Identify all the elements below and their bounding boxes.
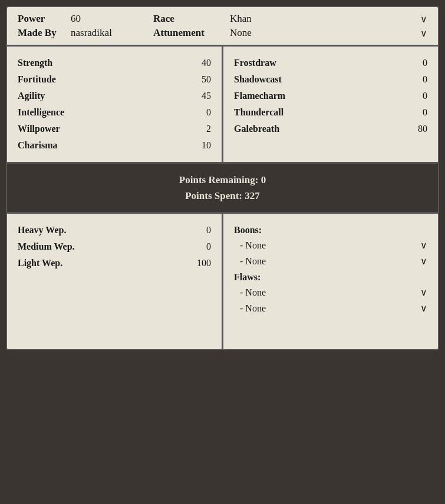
flaw-item-1: - None ∨ (234, 284, 427, 300)
heavy-wep-value: 0 (193, 225, 211, 236)
header-row-power: Power 60 Race Khan ∨ (18, 13, 427, 25)
boon-item-2: - None ∨ (234, 253, 427, 269)
medium-wep-label: Medium Wep. (18, 241, 75, 252)
stat-row-strength: Strength 40 (18, 55, 211, 71)
stat-row-intelligence: Intelligence 0 (18, 104, 211, 121)
flaw-1-dropdown[interactable]: ∨ (420, 287, 427, 298)
stats-section: Strength 40 Fortitude 50 Agility 45 Inte… (7, 47, 438, 164)
shadowcast-value: 0 (410, 74, 427, 85)
charisma-label: Charisma (18, 140, 58, 151)
boon-2-text: - None (240, 256, 417, 267)
fortitude-value: 50 (193, 74, 211, 85)
stat-row-charisma: Charisma 10 (18, 137, 211, 154)
light-wep-label: Light Wep. (18, 258, 62, 268)
points-section: Points Remaining: 0 Points Spent: 327 (7, 164, 438, 214)
stat-row-fortitude: Fortitude 50 (18, 71, 211, 88)
stat-row-agility: Agility 45 (18, 88, 211, 104)
flaw-2-text: - None (240, 303, 417, 314)
attunement-dropdown-arrow[interactable]: ∨ (420, 28, 427, 39)
boon-item-1: - None ∨ (234, 237, 427, 253)
light-wep-value: 100 (193, 258, 211, 268)
character-sheet: Power 60 Race Khan ∨ Made By nasradikal … (6, 6, 439, 350)
boon-1-dropdown[interactable]: ∨ (420, 240, 427, 251)
header-row-madeby: Made By nasradikal Attunement None ∨ (18, 27, 427, 39)
fortitude-label: Fortitude (18, 74, 56, 85)
race-dropdown-arrow[interactable]: ∨ (420, 14, 427, 25)
flaw-item-2: - None ∨ (234, 300, 427, 316)
strength-value: 40 (193, 58, 211, 68)
boon-2-dropdown[interactable]: ∨ (420, 256, 427, 267)
left-stats-panel: Strength 40 Fortitude 50 Agility 45 Inte… (7, 47, 223, 162)
power-value: 60 (71, 13, 153, 25)
bottom-section: Heavy Wep. 0 Medium Wep. 0 Light Wep. 10… (7, 214, 438, 349)
stat-row-shadowcast: Shadowcast 0 (234, 71, 427, 88)
stat-row-galebreath: Galebreath 80 (234, 121, 427, 137)
heavy-wep-label: Heavy Wep. (18, 225, 66, 236)
stat-row-light-wep: Light Wep. 100 (18, 255, 211, 271)
attunement-value: None (230, 27, 418, 39)
thundercall-label: Thundercall (234, 107, 284, 118)
frostdraw-value: 0 (410, 58, 427, 68)
made-by-value: nasradikal (71, 27, 153, 39)
stat-row-thundercall: Thundercall 0 (234, 104, 427, 121)
boons-flaws-panel: Boons: - None ∨ - None ∨ Flaws: - None ∨… (223, 214, 438, 349)
attunement-label: Attunement (153, 27, 230, 39)
galebreath-value: 80 (410, 124, 427, 134)
flaw-2-dropdown[interactable]: ∨ (420, 303, 427, 314)
medium-wep-value: 0 (193, 241, 211, 252)
header-section: Power 60 Race Khan ∨ Made By nasradikal … (7, 7, 438, 47)
right-stats-panel: Frostdraw 0 Shadowcast 0 Flamecharm 0 Th… (223, 47, 438, 162)
galebreath-label: Galebreath (234, 124, 279, 134)
shadowcast-label: Shadowcast (234, 74, 282, 85)
willpower-value: 2 (193, 124, 211, 134)
intelligence-label: Intelligence (18, 107, 64, 118)
boon-1-text: - None (240, 240, 417, 251)
intelligence-value: 0 (193, 107, 211, 118)
willpower-label: Willpower (18, 124, 60, 134)
thundercall-value: 0 (410, 107, 427, 118)
points-spent: Points Spent: 327 (13, 188, 432, 204)
race-label: Race (153, 13, 230, 25)
points-remaining: Points Remaining: 0 (13, 172, 432, 188)
flamecharm-label: Flamecharm (234, 91, 285, 101)
stat-row-flamecharm: Flamecharm 0 (234, 88, 427, 104)
agility-label: Agility (18, 91, 45, 101)
stat-row-frostdraw: Frostdraw 0 (234, 55, 427, 71)
frostdraw-label: Frostdraw (234, 58, 276, 68)
race-value: Khan (230, 13, 418, 25)
made-by-label: Made By (18, 27, 71, 39)
weapon-panel: Heavy Wep. 0 Medium Wep. 0 Light Wep. 10… (7, 214, 223, 349)
charisma-value: 10 (193, 140, 211, 151)
stat-row-heavy-wep: Heavy Wep. 0 (18, 222, 211, 238)
agility-value: 45 (193, 91, 211, 101)
boons-label: Boons: (234, 222, 427, 237)
flaws-label: Flaws: (234, 269, 427, 284)
power-label: Power (18, 13, 71, 25)
stat-row-willpower: Willpower 2 (18, 121, 211, 137)
stat-row-medium-wep: Medium Wep. 0 (18, 238, 211, 255)
flaw-1-text: - None (240, 287, 417, 298)
flamecharm-value: 0 (410, 91, 427, 101)
strength-label: Strength (18, 58, 52, 68)
